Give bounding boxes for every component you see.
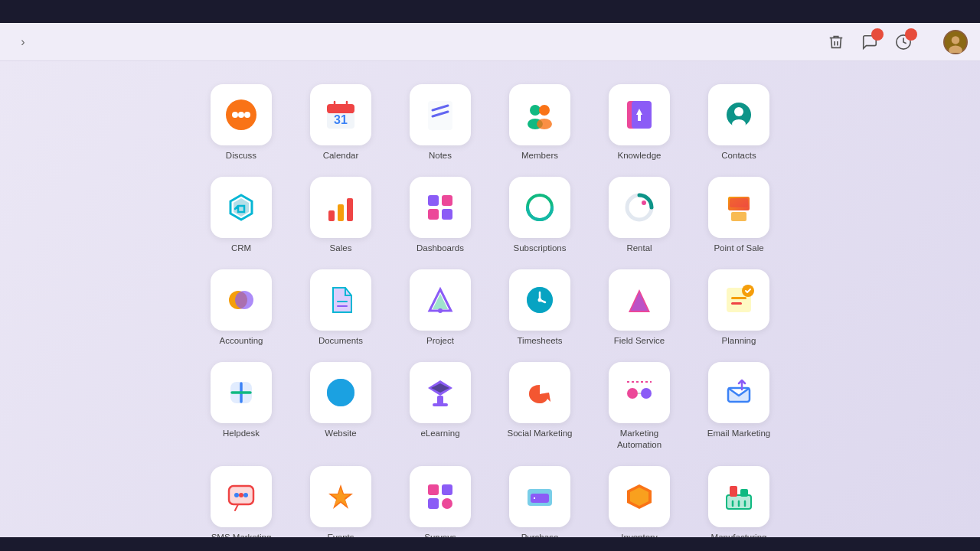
app-label-manufacturing: Manufacturing — [711, 532, 767, 537]
svg-rect-29 — [347, 198, 353, 221]
svg-rect-40 — [730, 198, 748, 207]
svg-text:31: 31 — [334, 113, 348, 126]
app-item-field-service[interactable]: Field Service — [601, 269, 678, 347]
app-icon-marketing-automation — [609, 362, 670, 423]
app-icon-crm — [211, 177, 272, 238]
app-item-documents[interactable]: Documents — [302, 269, 379, 347]
app-icon-dashboards — [410, 177, 471, 238]
top-bar — [0, 0, 980, 23]
svg-rect-53 — [731, 297, 746, 299]
header: › — [0, 23, 980, 61]
app-item-inventory[interactable]: Inventory — [601, 466, 678, 537]
svg-point-43 — [235, 291, 253, 309]
app-label-elearning: eLearning — [420, 428, 459, 439]
main-content: Discuss31CalendarNotesMembersKnowledgeCo… — [0, 61, 980, 537]
apps-grid: Discuss31CalendarNotesMembersKnowledgeCo… — [188, 77, 792, 537]
app-icon-elearning — [410, 362, 471, 423]
app-label-project: Project — [426, 335, 454, 347]
header-left: › — [12, 31, 34, 53]
app-item-elearning[interactable]: eLearning — [402, 362, 479, 451]
svg-rect-33 — [442, 209, 452, 220]
app-item-members[interactable]: Members — [501, 84, 578, 161]
svg-rect-23 — [638, 115, 641, 121]
app-icon-subscriptions — [509, 177, 570, 238]
activity-icon[interactable] — [891, 30, 916, 54]
svg-point-74 — [243, 493, 248, 497]
app-icon-inventory — [609, 466, 670, 527]
app-icon-members — [509, 84, 570, 145]
app-label-knowledge: Knowledge — [618, 150, 662, 161]
app-item-calendar[interactable]: 31Calendar — [302, 84, 379, 161]
app-item-events[interactable]: Events — [302, 466, 379, 537]
app-item-subscriptions[interactable]: Subscriptions — [501, 177, 578, 254]
app-label-accounting: Accounting — [220, 335, 263, 347]
app-item-contacts[interactable]: Contacts — [701, 84, 777, 161]
app-icon-calendar: 31 — [310, 84, 371, 145]
app-icon-purchase — [509, 466, 570, 527]
svg-point-17 — [530, 105, 541, 116]
chat-badge — [871, 28, 884, 41]
app-label-sales: Sales — [330, 243, 352, 254]
app-label-rental: Rental — [626, 243, 652, 254]
app-label-dashboards: Dashboards — [416, 243, 464, 254]
app-icon-planning — [708, 269, 769, 331]
app-icon-sms-marketing — [211, 466, 272, 527]
app-icon-contacts — [708, 84, 769, 145]
app-label-purchase: Purchase — [521, 532, 559, 537]
svg-rect-41 — [731, 212, 746, 221]
chat-icon[interactable] — [858, 30, 882, 54]
app-item-crm[interactable]: CRM — [203, 177, 279, 254]
app-item-discuss[interactable]: Discuss — [203, 84, 279, 161]
app-icon-timesheets — [509, 269, 570, 331]
app-item-sales[interactable]: Sales — [302, 177, 379, 254]
app-item-sms-marketing[interactable]: SMS Marketing — [203, 466, 279, 537]
app-icon-discuss — [211, 84, 272, 145]
activity-badge — [905, 28, 917, 41]
svg-rect-30 — [428, 195, 439, 206]
svg-rect-66 — [641, 388, 652, 399]
app-item-planning[interactable]: Planning — [701, 269, 777, 347]
app-item-helpdesk[interactable]: Helpdesk — [203, 362, 279, 451]
svg-point-80 — [442, 498, 452, 509]
app-item-website[interactable]: Website — [302, 362, 379, 451]
app-item-purchase[interactable]: Purchase — [501, 466, 578, 537]
app-icon-accounting — [211, 269, 272, 331]
app-item-rental[interactable]: Rental — [601, 177, 678, 254]
app-item-marketing-automation[interactable]: Marketing Automation — [601, 362, 678, 451]
svg-rect-31 — [442, 195, 452, 206]
app-label-notes: Notes — [429, 150, 452, 161]
app-icon-manufacturing — [708, 466, 769, 527]
app-item-manufacturing[interactable]: Manufacturing — [701, 466, 777, 537]
user-avatar[interactable] — [943, 30, 968, 54]
svg-point-2 — [952, 36, 960, 44]
svg-rect-77 — [428, 484, 439, 495]
app-item-social-marketing[interactable]: Social Marketing — [501, 362, 578, 451]
app-item-dashboards[interactable]: Dashboards — [402, 177, 479, 254]
app-label-planning: Planning — [722, 335, 756, 347]
trash-icon[interactable] — [824, 30, 848, 54]
app-icon-social-marketing — [509, 362, 570, 423]
app-label-crm: CRM — [231, 243, 251, 254]
app-item-surveys[interactable]: Surveys — [402, 466, 479, 537]
app-item-email-marketing[interactable]: Email Marketing — [701, 362, 777, 451]
svg-rect-32 — [428, 209, 439, 220]
svg-point-46 — [438, 308, 443, 313]
app-label-point-of-sale: Point of Sale — [714, 243, 763, 254]
svg-point-25 — [734, 107, 743, 116]
app-item-notes[interactable]: Notes — [402, 84, 479, 161]
app-item-accounting[interactable]: Accounting — [203, 269, 279, 347]
svg-point-37 — [642, 201, 646, 205]
svg-rect-79 — [428, 498, 439, 509]
app-item-timesheets[interactable]: Timesheets — [501, 269, 578, 347]
app-item-project[interactable]: Project — [402, 269, 479, 347]
svg-rect-89 — [730, 486, 737, 497]
svg-point-49 — [538, 298, 542, 302]
app-item-knowledge[interactable]: Knowledge — [601, 84, 678, 161]
app-label-email-marketing: Email Marketing — [707, 428, 770, 439]
app-label-documents: Documents — [318, 335, 363, 347]
nav-arrow[interactable]: › — [12, 31, 34, 53]
app-item-point-of-sale[interactable]: Point of Sale — [701, 177, 777, 254]
svg-point-5 — [232, 112, 238, 118]
app-label-sms-marketing: SMS Marketing — [211, 532, 272, 537]
app-icon-point-of-sale — [708, 177, 769, 238]
